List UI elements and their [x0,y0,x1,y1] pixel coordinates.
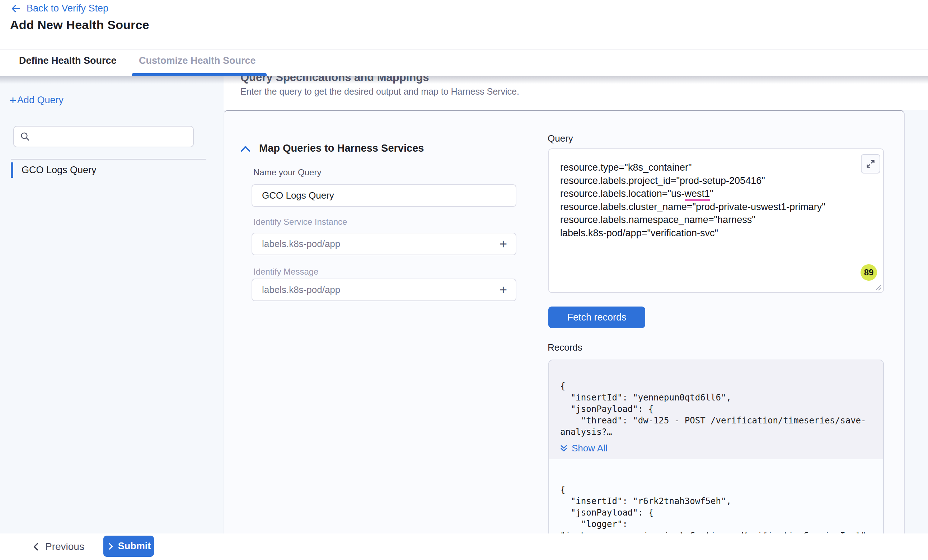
double-chevron-down-icon [559,444,568,453]
name-your-query-label: Name your Query [253,167,321,178]
service-instance-add-icon[interactable]: + [498,238,509,251]
add-query-label: Add Query [17,94,64,106]
show-all-label: Show All [572,443,607,454]
records-label: Records [548,342,582,353]
previous-label: Previous [45,541,84,552]
back-link-label: Back to Verify Step [27,3,108,14]
record-1-json: { "insertId": "yennepun0qtd6ll6", "jsonP… [560,380,866,438]
query-label: Query [548,133,573,144]
page-header: Back to Verify Step Add New Health Sourc… [0,0,928,49]
search-input[interactable] [35,131,187,142]
identify-service-instance-label: Identify Service Instance [253,217,347,227]
submit-button[interactable]: Submit [103,536,154,557]
add-health-source-page: Query Specifications and Mappings Enter … [0,0,928,560]
record-item-1: { "insertId": "yennepun0qtd6ll6", "jsonP… [549,360,883,459]
search-icon [20,131,31,142]
map-queries-heading: Map Queries to Harness Services [259,142,424,154]
message-input[interactable] [262,284,498,295]
tab-customize-health-source[interactable]: Customize Health Source [139,55,256,66]
active-tab-underline [132,73,267,76]
query-sidebar: + Add Query GCO Logs Query [0,76,224,534]
query-search-box [13,126,194,148]
records-panel: { "insertId": "yennepun0qtd6ll6", "jsonP… [548,359,884,534]
previous-button[interactable]: Previous [32,538,84,556]
chevron-left-icon [32,542,41,551]
plus-icon: + [9,95,17,105]
identify-message-label: Identify Message [253,267,318,277]
message-add-icon[interactable]: + [498,284,509,297]
sidebar-divider [11,159,206,160]
chevron-right-icon [107,542,114,550]
tab-define-health-source[interactable]: Define Health Source [19,55,117,66]
query-text: resource.type="k8s_container" resource.l… [560,161,825,239]
record-2-json: { "insertId": "r6rk2tnah3owf5eh", "jsonP… [560,484,871,534]
query-item-label: GCO Logs Query [21,164,96,176]
add-query-button[interactable]: + Add Query [9,94,64,106]
submit-label: Submit [118,541,151,552]
footer-bar: Previous Submit [0,534,928,560]
query-name-input[interactable] [262,190,509,201]
service-instance-field: + [252,233,516,255]
back-arrow-icon [10,3,21,14]
show-all-link[interactable]: Show All [559,443,607,454]
tab-bar: Define Health Source Customize Health So… [0,49,928,76]
query-name-field [252,184,516,207]
service-instance-input[interactable] [262,238,498,250]
section-subheading: Enter the query to get the desired outpu… [240,87,519,97]
sidebar-item-gco-logs-query[interactable]: GCO Logs Query [11,162,212,178]
message-field: + [252,278,516,301]
resize-handle-icon[interactable] [875,284,882,291]
char-count-badge: 89 [861,264,877,281]
back-link[interactable]: Back to Verify Step [10,3,108,14]
query-specifications-card: Map Queries to Harness Services Name you… [224,110,905,534]
chevron-up-icon[interactable] [240,145,251,153]
fetch-records-button[interactable]: Fetch records [548,306,645,328]
selected-indicator [11,163,13,178]
query-textarea[interactable]: resource.type="k8s_container" resource.l… [548,148,884,293]
expand-icon[interactable] [861,154,880,173]
page-title: Add New Health Source [10,18,149,32]
